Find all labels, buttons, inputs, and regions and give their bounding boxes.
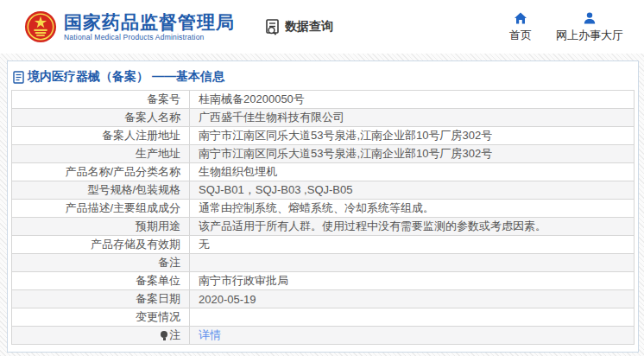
- row-label-text: 产品名称/产品分类名称: [65, 165, 180, 178]
- row-label-text: 备案号: [147, 92, 180, 105]
- row-value: 该产品适用于所有人群。使用过程中没有需要监测的参数或考虑因素。: [190, 218, 635, 236]
- row-label: 注: [12, 327, 190, 345]
- row-label: 变更情况: [12, 308, 190, 327]
- row-label-text: 备注: [158, 256, 180, 269]
- table-row: 变更情况: [12, 308, 635, 327]
- row-label-text: 变更情况: [136, 310, 180, 323]
- row-value: 南宁市行政审批局: [190, 272, 635, 290]
- info-table: 备案号桂南械备20200050号备案人名称广西盛千佳生物科技有限公司备案人注册地…: [11, 90, 635, 345]
- content-panel: 境内医疗器械（备案） ——基本信息 备案号桂南械备20200050号备案人名称广…: [7, 60, 639, 353]
- row-label: 备案号: [12, 91, 190, 109]
- row-label-text: 预期用途: [136, 219, 180, 232]
- row-value: 2020-05-19: [190, 290, 635, 308]
- brand-title: 国家药品监督管理局: [64, 12, 235, 33]
- nav-service-hall-label: 网上办事大厅: [556, 28, 623, 43]
- nav-data-query[interactable]: 数据查询: [264, 18, 333, 35]
- nav-home-label: 首页: [509, 28, 532, 43]
- row-value: [190, 254, 635, 272]
- header-nav: 首页 网上办事大厅: [509, 11, 627, 43]
- row-label-text: 备案单位: [136, 274, 180, 287]
- row-value: 南宁市江南区同乐大道53号泉港,江南企业部10号厂房302号: [190, 127, 635, 145]
- table-row: 备案号桂南械备20200050号: [12, 91, 635, 109]
- row-label: 备案人注册地址: [12, 127, 190, 145]
- table-row: 型号规格/包装规格SQJ-B01，SQJ-B03 ,SQJ-B05: [12, 181, 635, 200]
- table-row: 备案单位南宁市行政审批局: [12, 272, 635, 290]
- row-value-text: SQJ-B01，SQJ-B03 ,SQJ-B05: [199, 183, 352, 196]
- nmpa-brand: 国家药品监督管理局 National Medical Products Admi…: [24, 10, 235, 43]
- row-value: 南宁市江南区同乐大道53号泉港,江南企业部10号厂房302号: [190, 145, 635, 163]
- row-value-text: 南宁市江南区同乐大道53号泉港,江南企业部10号厂房302号: [199, 129, 492, 142]
- table-row: 备注: [12, 254, 635, 272]
- row-label-text: 备案日期: [136, 292, 180, 305]
- nav-service-hall[interactable]: 网上办事大厅: [556, 11, 623, 43]
- row-label-text: 产品存储及有效期: [91, 238, 180, 251]
- document-icon: [13, 71, 24, 84]
- row-label: 备案人名称: [12, 109, 190, 127]
- row-value-text: 生物组织包埋机: [199, 165, 277, 178]
- row-label: 备案单位: [12, 272, 190, 290]
- row-label: 产品描述/主要组成成分: [12, 200, 190, 218]
- table-row: 产品存储及有效期无: [12, 236, 635, 254]
- row-value: [190, 308, 635, 327]
- row-label: 产品名称/产品分类名称: [12, 163, 190, 181]
- row-label: 备案日期: [12, 290, 190, 308]
- nav-home[interactable]: 首页: [509, 11, 532, 43]
- details-link[interactable]: 详情: [199, 328, 221, 341]
- row-value: SQJ-B01，SQJ-B03 ,SQJ-B05: [190, 181, 635, 200]
- user-icon: [583, 11, 597, 25]
- site-header: 国家药品监督管理局 National Medical Products Admi…: [0, 0, 644, 54]
- row-label: 预期用途: [12, 218, 190, 236]
- table-row: 注详情: [12, 327, 635, 345]
- brand-text: 国家药品监督管理局 National Medical Products Admi…: [64, 12, 235, 41]
- row-value: 详情: [190, 327, 635, 345]
- table-row: 备案日期2020-05-19: [12, 290, 635, 308]
- table-row: 预期用途该产品适用于所有人群。使用过程中没有需要监测的参数或考虑因素。: [12, 218, 635, 236]
- row-value: 无: [190, 236, 635, 254]
- table-row: 备案人注册地址南宁市江南区同乐大道53号泉港,江南企业部10号厂房302号: [12, 127, 635, 145]
- row-value: 生物组织包埋机: [190, 163, 635, 181]
- row-value-text: 通常由控制系统、熔蜡系统、冷却系统等组成。: [199, 201, 434, 214]
- data-query-label: 数据查询: [285, 19, 333, 35]
- row-value-text: 该产品适用于所有人群。使用过程中没有需要监测的参数或考虑因素。: [199, 219, 546, 232]
- row-value: 通常由控制系统、熔蜡系统、冷却系统等组成。: [190, 200, 635, 218]
- row-label-text: 产品描述/主要组成成分: [65, 201, 180, 214]
- national-emblem-logo: [24, 10, 57, 43]
- row-label-text: 注: [169, 328, 180, 341]
- section-title-text: 境内医疗器械（备案） ——基本信息: [28, 69, 224, 85]
- row-label: 产品存储及有效期: [12, 236, 190, 254]
- row-value-text: 广西盛千佳生物科技有限公司: [199, 111, 344, 124]
- row-value-text: 南宁市行政审批局: [199, 274, 288, 287]
- home-icon: [514, 11, 527, 25]
- table-row: 产品描述/主要组成成分通常由控制系统、熔蜡系统、冷却系统等组成。: [12, 200, 635, 218]
- row-value-text: 南宁市江南区同乐大道53号泉港,江南企业部10号厂房302号: [199, 147, 492, 160]
- row-value: 桂南械备20200050号: [190, 91, 635, 109]
- info-table-body: 备案号桂南械备20200050号备案人名称广西盛千佳生物科技有限公司备案人注册地…: [12, 91, 635, 345]
- row-label-text: 生产地址: [136, 147, 180, 160]
- table-row: 备案人名称广西盛千佳生物科技有限公司: [12, 109, 635, 127]
- row-label-text: 备案人名称: [124, 111, 180, 124]
- data-query-icon: [264, 18, 281, 35]
- row-label: 备注: [12, 254, 190, 272]
- note-icon: [161, 331, 167, 338]
- row-label: 型号规格/包装规格: [12, 181, 190, 200]
- row-label-text: 型号规格/包装规格: [87, 183, 180, 196]
- row-value-text: 无: [199, 238, 210, 251]
- row-label: 生产地址: [12, 145, 190, 163]
- row-value-text: 桂南械备20200050号: [199, 92, 305, 105]
- brand-subtitle: National Medical Products Administration: [64, 33, 235, 41]
- section-title: 境内医疗器械（备案） ——基本信息: [8, 61, 638, 90]
- table-row: 生产地址南宁市江南区同乐大道53号泉港,江南企业部10号厂房302号: [12, 145, 635, 163]
- row-value-text: 2020-05-19: [199, 293, 256, 306]
- row-label-text: 备案人注册地址: [102, 129, 180, 142]
- table-row: 产品名称/产品分类名称生物组织包埋机: [12, 163, 635, 181]
- row-value: 广西盛千佳生物科技有限公司: [190, 109, 635, 127]
